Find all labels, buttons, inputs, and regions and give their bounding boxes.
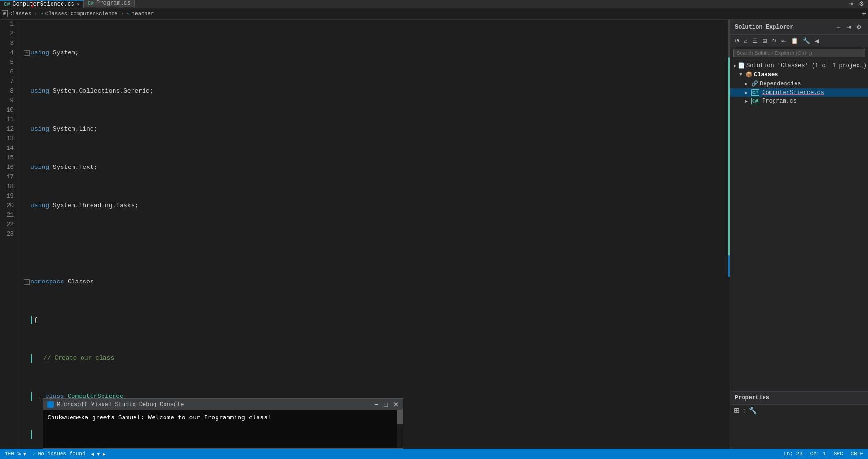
prop-btn-wrench[interactable]: 🔧 (749, 407, 757, 414)
tool-btn-8[interactable]: 🔧 (801, 36, 812, 45)
search-container (730, 47, 868, 59)
classes-icon: 📦 (745, 71, 753, 78)
add-button[interactable]: + (862, 10, 866, 18)
tree-dependencies[interactable]: ▶ 🔗 Dependencies (730, 79, 868, 88)
tab-computerscience[interactable]: C# ComputerScience.cs ✕ (0, 0, 84, 8)
arrow-indicator: ↓ (30, 0, 35, 10)
bracket-bar-10 (31, 392, 32, 401)
code-line-1: − using System; (24, 48, 719, 58)
dep-label: Dependencies (760, 81, 801, 87)
tool-btn-3[interactable]: ☰ (751, 36, 759, 45)
main-layout: 1 2 3 4 5 6 7 8 9 10 11 12 13 14 15 16 1… (0, 20, 868, 449)
solution-explorer-toolbar: ↺ ⌂ ☰ ⊞ ↻ ⇤ 📋 🔧 ◀ (730, 35, 868, 47)
maximize-button[interactable]: □ (384, 401, 388, 408)
prop-btn-grid[interactable]: ⊞ (734, 407, 740, 414)
breadcrumb-namespace: ⚬ Classes.ComputerScience (40, 11, 118, 17)
tree-program[interactable]: ▶ C# Program.cs (730, 97, 868, 105)
breadcrumb-scope: ⊞ Classes (2, 10, 31, 17)
code-line-4: using System.Text; (24, 163, 719, 172)
solution-settings[interactable]: ⚙ (855, 22, 863, 31)
properties-toolbar: ⊞ ↕ 🔧 (730, 405, 868, 416)
scroll-green (728, 20, 730, 277)
cs-icon2: C# (88, 0, 94, 6)
debug-console-controls: − □ ✕ (375, 401, 399, 408)
collapse-1[interactable]: − (24, 50, 30, 56)
debug-console-body: Chukwuemeka greets Samuel: Welcome to ou… (43, 410, 403, 448)
issues-icon: ✓ (33, 451, 36, 457)
tree-solution[interactable]: ▶ 📄 Solution 'Classes' (1 of 1 project) (730, 61, 868, 70)
solution-explorer-label: Solution Explorer (735, 24, 793, 31)
classes-label: Classes (754, 72, 778, 78)
tab-program[interactable]: C# Program.cs (84, 0, 135, 7)
collapse-7[interactable]: − (24, 279, 30, 285)
solution-explorer-panel: Solution Explorer ← ⇥ ⚙ ↺ ⌂ ☰ ⊞ ↻ ⇤ 📋 🔧 … (730, 20, 868, 449)
prog-file-label: Program.cs (762, 98, 796, 104)
debug-scroll-thumb[interactable] (397, 410, 403, 424)
tab-bar: C# ComputerScience.cs ✕ C# Program.cs ⇥ … (0, 0, 868, 8)
zoom-dropdown[interactable]: ▼ (22, 451, 27, 457)
breadcrumb-namespace-label: Classes.ComputerScience (45, 11, 118, 17)
properties-panel: Properties ⊞ ↕ 🔧 (730, 391, 868, 449)
code-container[interactable]: 1 2 3 4 5 6 7 8 9 10 11 12 13 14 15 16 1… (0, 20, 730, 449)
solution-label: Solution 'Classes' (1 of 1 project) (746, 63, 867, 69)
breadcrumb-member: ⚬ teacher (126, 11, 154, 17)
scroll-thumb[interactable] (728, 20, 730, 58)
code-line-5: using System.Threading.Tasks; (24, 201, 719, 210)
encoding-label: SPC (834, 451, 843, 457)
code-line-8: { (24, 315, 719, 325)
debug-console-output: Chukwuemeka greets Samuel: Welcome to ou… (47, 414, 271, 421)
prog-file-icon: C# (751, 98, 759, 104)
nav-section: ◀ ▼ ▶ (91, 451, 106, 457)
cs-file-label: ComputerScience.cs (762, 89, 824, 96)
cs-icon: C# (4, 1, 10, 7)
properties-title: Properties (730, 392, 868, 405)
code-line-3: using System.Linq; (24, 125, 719, 134)
minimize-button[interactable]: − (375, 401, 379, 408)
tree-computerscience[interactable]: ▶ C# ComputerScience.cs (730, 88, 868, 97)
solution-nav-back[interactable]: ← (834, 22, 843, 31)
nav-fwd-icon: ▶ (103, 451, 106, 457)
tool-btn-1[interactable]: ↺ (733, 36, 741, 45)
breadcrumb-sep1: › (34, 11, 37, 17)
status-bar: 100 % ▼ ✓ No issues found ◀ ▼ ▶ Ln: 23 C… (0, 449, 868, 459)
issues-section: ✓ No issues found (33, 451, 85, 457)
prop-btn-sort[interactable]: ↕ (743, 407, 746, 414)
close-debug-button[interactable]: ✕ (393, 401, 399, 408)
dep-icon: 🔗 (751, 80, 758, 87)
prog-arrow: ▶ (745, 98, 750, 104)
tool-btn-7[interactable]: 📋 (789, 36, 800, 45)
zoom-label: 100 % (5, 451, 21, 457)
member-icon: ⚬ (126, 11, 130, 17)
nav-dropdown[interactable]: ▼ (96, 451, 101, 457)
debug-console: Microsoft Visual Studio Debug Console − … (43, 398, 403, 449)
tool-btn-2[interactable]: ⌂ (743, 36, 749, 45)
tool-btn-6[interactable]: ⇤ (780, 36, 788, 45)
line-ending-label: CRLF (851, 451, 863, 457)
solution-nav-fwd[interactable]: ⇥ (845, 22, 853, 31)
pin-button[interactable]: ⇥ (847, 0, 855, 7)
namespace-icon: ⚬ (40, 11, 44, 17)
code-editor[interactable]: − using System; using System.Collections… (19, 20, 724, 449)
debug-console-title: Microsoft Visual Studio Debug Console (57, 401, 184, 408)
status-right: Ln: 23 Ch: 1 SPC CRLF (784, 451, 863, 457)
classes-arrow: ▼ (739, 72, 744, 77)
settings-button[interactable]: ⚙ (857, 0, 866, 7)
tree-classes-project[interactable]: ▼ 📦 Classes (730, 70, 868, 79)
line-numbers: 1 2 3 4 5 6 7 8 9 10 11 12 13 14 15 16 1… (0, 20, 19, 449)
dep-arrow: ▶ (745, 81, 750, 87)
bracket-bar-left (31, 316, 32, 324)
cs-file-icon: C# (751, 89, 759, 96)
issues-label: No issues found (38, 451, 85, 457)
scroll-indicator[interactable] (724, 20, 730, 449)
debug-console-scrollbar[interactable] (397, 410, 403, 448)
tab-computerscience-close[interactable]: ✕ (77, 1, 80, 7)
solution-tree: ▶ 📄 Solution 'Classes' (1 of 1 project) … (730, 59, 868, 391)
bracket-bar-9 (31, 354, 32, 363)
solution-search-input[interactable] (733, 49, 865, 57)
tool-btn-4[interactable]: ⊞ (761, 36, 769, 45)
solution-explorer-title: Solution Explorer ← ⇥ ⚙ (730, 20, 868, 35)
tool-btn-9[interactable]: ◀ (813, 36, 821, 45)
window-controls: ⇥ ⚙ (847, 0, 868, 8)
scroll-blue (728, 255, 730, 277)
tool-btn-5[interactable]: ↻ (770, 36, 778, 45)
